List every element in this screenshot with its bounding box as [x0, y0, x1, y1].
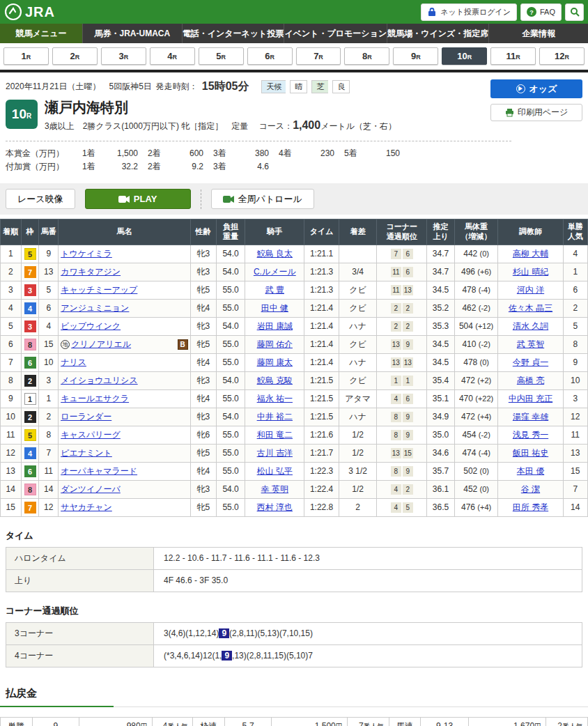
sex-age: 牝4 [190, 462, 216, 480]
body-weight-diff: (0) [480, 485, 489, 493]
trainer-link[interactable]: 谷 潔 [521, 484, 540, 494]
jockey-link[interactable]: 鮫島 良太 [257, 249, 293, 258]
jockey-link[interactable]: 岩田 康誠 [257, 321, 293, 331]
time-row-value: 4F 46.6 - 3F 35.0 [154, 569, 582, 592]
nav-item-1[interactable]: 馬券・JRA-UMACA [82, 24, 182, 43]
trainer-link[interactable]: 武 英智 [517, 339, 544, 349]
trainer-link[interactable]: 湯窪 幸雄 [513, 412, 548, 422]
horse-name-link[interactable]: ナリス [61, 357, 86, 369]
trainer-link[interactable]: 河内 洋 [517, 285, 544, 295]
jockey-link[interactable]: 古川 吉洋 [257, 448, 293, 458]
win-favorite-rank: 2 [563, 299, 587, 317]
faq-button[interactable]: ? FAQ [520, 3, 562, 21]
horse-name-link[interactable]: カワキタアジン [61, 266, 121, 278]
trainer-link[interactable]: 中内田 充正 [509, 394, 552, 403]
horse-name-link[interactable]: トウケイミラ [61, 248, 112, 260]
jockey-link[interactable]: 鮫島 克駿 [257, 376, 293, 385]
trainer-link[interactable]: 高橋 亮 [517, 376, 544, 385]
nav-item-2[interactable]: 電話・インターネット投票 [182, 24, 284, 43]
race-tab-9R[interactable]: 9R [393, 47, 438, 65]
bracket-chip: 6 [24, 357, 36, 369]
race-tab-12R[interactable]: 12R [539, 47, 585, 65]
trainer-link[interactable]: 浅見 秀一 [513, 430, 548, 440]
horse-name-link[interactable]: ダンツイノーバ [61, 484, 121, 495]
nav-item-4[interactable]: 競馬場・ウインズ・指定席 [387, 24, 488, 43]
jockey-cell: 中井 裕二 [245, 408, 304, 426]
jockey-link[interactable]: 中井 裕二 [257, 412, 293, 422]
horse-name-link[interactable]: オーパキャマラード [61, 465, 137, 477]
jockey-link[interactable]: 和田 竜二 [257, 430, 293, 440]
jockey-link[interactable]: 田中 健 [261, 303, 288, 313]
horse-name-link[interactable]: アンジュミニョン [61, 302, 129, 314]
race-tab-10R[interactable]: 10R [442, 47, 487, 65]
jockey-link[interactable]: 西村 淳也 [257, 502, 293, 512]
trainer-link[interactable]: 飯田 祐史 [513, 448, 548, 458]
trainer-link[interactable]: 清水 久詞 [513, 321, 548, 331]
race-tab-5R[interactable]: 5R [199, 47, 244, 65]
horse-name-link[interactable]: メイショウユリシス [61, 375, 138, 387]
trainer-link[interactable]: 本田 優 [517, 466, 544, 476]
horse-name-link[interactable]: クリノアリエル [71, 339, 131, 350]
payout-table: 単勝 9 980円 4番人気 枠連 5-7 1,500円 7番人気 馬連 9-1… [0, 717, 588, 726]
trainer-cell: 浅見 秀一 [498, 426, 563, 444]
jockey-link[interactable]: 藤岡 佑介 [257, 339, 293, 349]
camera-icon [223, 195, 234, 203]
net-voting-login-button[interactable]: ネット投票ログイン [421, 3, 517, 21]
horse-name-link[interactable]: キャッチミーアップ [61, 284, 137, 296]
finish-time: 1:22.8 [304, 498, 339, 516]
bracket-number: 2 [21, 371, 39, 389]
search-button[interactable] [565, 3, 584, 21]
trainer-link[interactable]: 今野 貞一 [513, 357, 548, 367]
race-info-section: 2020年11月21日（土曜） 5回阪神5日 発走時刻： 15時05分 天候晴 … [0, 72, 588, 180]
race-date: 2020年11月21日（土曜） 5回阪神5日 [6, 81, 152, 93]
race-tab-6R[interactable]: 6R [247, 47, 293, 65]
jockey-link[interactable]: C.ルメール [254, 267, 296, 277]
play-button[interactable]: PLAY [85, 189, 191, 209]
nav-item-5[interactable]: 企業情報 [488, 24, 588, 43]
nav-item-3[interactable]: イベント・プロモーション [284, 24, 387, 43]
race-tab-3R[interactable]: 3R [101, 47, 146, 65]
bracket-chip: 6 [24, 465, 36, 477]
race-tab-4R[interactable]: 4R [150, 47, 195, 65]
horse-name-link[interactable]: サヤカチャン [61, 502, 112, 513]
jockey-link[interactable]: 福永 祐一 [257, 394, 293, 403]
race-tab-7R[interactable]: 7R [296, 47, 341, 65]
horse-name-link[interactable]: ピエナミント [61, 447, 112, 459]
race-tab-8R[interactable]: 8R [344, 47, 389, 65]
race-video-button[interactable]: レース映像 [6, 189, 75, 209]
race-tab-11R[interactable]: 11R [490, 47, 536, 65]
trainer-link[interactable]: 佐々木 晶三 [509, 303, 552, 313]
jra-logo[interactable]: JRA [4, 3, 55, 21]
trainer-cell: 杉山 晴紀 [498, 263, 563, 281]
race-tab-2R[interactable]: 2R [52, 47, 98, 65]
corner-position-chip: 2 [391, 321, 401, 332]
trainer-link[interactable]: 高柳 大輔 [513, 249, 548, 258]
sex-age: 牝3 [190, 408, 216, 426]
horse-name-link[interactable]: ローランダー [61, 411, 111, 423]
print-page-button[interactable]: 印刷用ページ [490, 104, 582, 121]
horse-name-link[interactable]: キュールエサクラ [61, 393, 129, 405]
jockey-link[interactable]: 武 豊 [265, 285, 284, 295]
last-3f: 35.7 [427, 462, 455, 480]
bracket-number: 6 [21, 353, 39, 371]
trainer-link[interactable]: 田所 秀孝 [513, 502, 548, 512]
finish-position: 4 [1, 299, 22, 317]
corner-row-label: 4コーナー [6, 644, 154, 667]
corner-position-chip: 15 [403, 448, 413, 458]
race-tab-1R[interactable]: 1R [3, 47, 49, 65]
results-table: 着順枠馬番馬名性齢負担 重量騎手タイム着差コーナー 通過順位推定 上り馬体重 （… [0, 219, 588, 517]
odds-button[interactable]: ▶ オッズ [490, 79, 582, 98]
jockey-link[interactable]: 幸 英明 [261, 484, 288, 494]
prize-rank: 1着 [82, 160, 106, 173]
patrol-video-button[interactable]: 全周パトロール [211, 189, 314, 209]
jockey-link[interactable]: 松山 弘平 [257, 466, 293, 476]
trainer-link[interactable]: 杉山 晴紀 [513, 267, 548, 277]
nav-item-0[interactable]: 競馬メニュー [0, 24, 82, 43]
horse-name-link[interactable]: キャスパリーグ [61, 429, 121, 441]
corner-positions: 139 [377, 335, 427, 353]
jockey-link[interactable]: 藤岡 康太 [257, 357, 293, 367]
trainer-cell: 本田 優 [498, 462, 563, 480]
finish-time: 1:21.5 [304, 408, 339, 426]
horse-name-link[interactable]: ビップウインク [61, 320, 121, 332]
body-weight: 462 (-2) [454, 299, 498, 317]
